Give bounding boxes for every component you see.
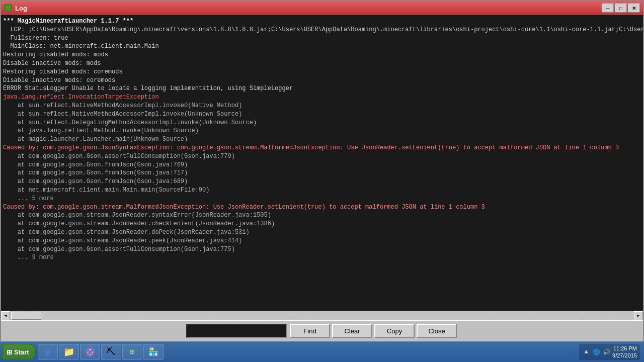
close-window-button[interactable]: ✕ xyxy=(628,4,640,13)
store-icon: 🏪 xyxy=(147,346,159,358)
log-line: at com.google.gson.stream.JsonReader.doP… xyxy=(3,228,641,237)
taskbar: ⊞ Start e 📁 ⛏ ⊞ 🏪 xyxy=(0,342,644,362)
log-line: Disable inactive mods: mods xyxy=(3,59,641,68)
taskbar-minecraft[interactable]: ⛏ xyxy=(101,344,121,360)
system-clock: 11:26 PM 9/27/2015 xyxy=(612,345,637,359)
window-controls: ─ □ ✕ xyxy=(602,4,640,13)
log-line: MainClass: net.minecraft.client.main.Mai… xyxy=(3,42,641,51)
volume-tray-icon: 🔊 xyxy=(602,348,610,356)
log-line: at com.google.gson.Gson.fromJson(Gson.ja… xyxy=(3,169,641,177)
log-line: Fullscreen: true xyxy=(3,34,641,43)
taskbar-chrome[interactable] xyxy=(80,344,100,360)
scroll-thumb[interactable] xyxy=(11,312,41,320)
log-line: at magic.launcher.Launcher.main(Unknown … xyxy=(3,135,641,144)
network-icon: ⊞ xyxy=(126,346,138,358)
log-line: at com.google.gson.Gson.fromJson(Gson.ja… xyxy=(3,177,641,186)
log-line: Caused by: com.google.gson.stream.Malfor… xyxy=(3,203,641,212)
maximize-button[interactable]: □ xyxy=(615,4,627,13)
log-line: at com.google.gson.stream.JsonReader.pee… xyxy=(3,237,641,245)
log-line: *** MagicMinecraftLauncher 1.1.7 *** xyxy=(3,17,641,26)
log-line: Disable inactive mods: coremods xyxy=(3,76,641,85)
start-button[interactable]: ⊞ Start xyxy=(2,344,36,360)
log-window: 🌿 Log ─ □ ✕ *** MagicMinecraftLauncher 1… xyxy=(0,0,644,342)
ie-icon: e xyxy=(42,346,54,358)
taskbar-app6[interactable]: 🏪 xyxy=(143,344,164,360)
taskbar-ie[interactable]: e xyxy=(38,344,58,360)
window-title: Log xyxy=(15,5,27,12)
network-tray-icon: 🌐 xyxy=(592,348,600,356)
find-button[interactable]: Find xyxy=(290,324,330,338)
log-line: Caused by: com.google.gson.JsonSyntaxExc… xyxy=(3,144,641,152)
log-line: Restoring disabled mods: coremods xyxy=(3,68,641,76)
log-line: at com.google.gson.Gson.assertFullConsum… xyxy=(3,152,641,161)
title-bar: 🌿 Log ─ □ ✕ xyxy=(1,1,643,15)
clear-button[interactable]: Clear xyxy=(332,324,372,338)
log-line: at com.google.gson.stream.JsonReader.syn… xyxy=(3,211,641,220)
log-line: ... 9 more xyxy=(3,253,641,262)
log-line: at sun.reflect.NativeMethodAccessorImpl.… xyxy=(3,102,641,110)
horizontal-scrollbar[interactable]: ◀ ▶ xyxy=(1,311,643,320)
scroll-right-button[interactable]: ▶ xyxy=(634,311,643,320)
system-tray: ▲ 🌐 🔊 11:26 PM 9/27/2015 xyxy=(579,344,640,360)
taskbar-app5[interactable]: ⊞ xyxy=(122,344,142,360)
log-line: at com.google.gson.Gson.assertFullConsum… xyxy=(3,245,641,254)
taskbar-right: ▲ 🌐 🔊 11:26 PM 9/27/2015 xyxy=(579,344,642,360)
windows-logo: ⊞ xyxy=(7,348,12,356)
log-content: *** MagicMinecraftLauncher 1.1.7 *** LCP… xyxy=(1,15,643,311)
log-line: ERROR StatusLogger Unable to locate a lo… xyxy=(3,84,641,93)
minecraft-icon: ⛏ xyxy=(105,346,117,358)
tray-expand-icon[interactable]: ▲ xyxy=(582,348,590,356)
minimize-button[interactable]: ─ xyxy=(602,4,614,13)
log-line: Restoring disabled mods: mods xyxy=(3,51,641,59)
taskbar-explorer[interactable]: 📁 xyxy=(59,344,79,360)
log-line: LCP: ;C:\Users\USER\AppData\Roaming\.min… xyxy=(3,26,641,34)
app-icon: 🌿 xyxy=(4,4,12,12)
log-line: at java.lang.reflect.Method.invoke(Unkno… xyxy=(3,127,641,135)
log-line: at net.minecraft.client.main.Main.main(S… xyxy=(3,186,641,195)
log-line: at com.google.gson.Gson.fromJson(Gson.ja… xyxy=(3,161,641,169)
clock-date: 9/27/2015 xyxy=(612,352,637,359)
log-line: java.lang.reflect.InvocationTargetExcept… xyxy=(3,93,641,102)
scroll-left-button[interactable]: ◀ xyxy=(1,311,10,320)
svg-point-2 xyxy=(88,350,92,354)
bottom-toolbar: Find Clear Copy Close xyxy=(1,320,643,341)
chrome-icon xyxy=(84,346,96,358)
log-line: at com.google.gson.stream.JsonReader.che… xyxy=(3,220,641,228)
log-line: at sun.reflect.DelegatingMethodAccessorI… xyxy=(3,119,641,127)
explorer-icon: 📁 xyxy=(63,346,75,358)
clock-time: 11:26 PM xyxy=(612,345,637,352)
close-log-button[interactable]: Close xyxy=(417,324,457,338)
scroll-track[interactable] xyxy=(10,311,634,320)
title-bar-left: 🌿 Log xyxy=(4,4,27,12)
taskbar-apps: e 📁 ⛏ ⊞ 🏪 xyxy=(38,344,164,360)
log-line: at sun.reflect.NativeMethodAccessorImpl.… xyxy=(3,110,641,119)
log-line: ... 5 more xyxy=(3,195,641,203)
copy-button[interactable]: Copy xyxy=(374,324,415,338)
search-input[interactable] xyxy=(186,324,287,338)
